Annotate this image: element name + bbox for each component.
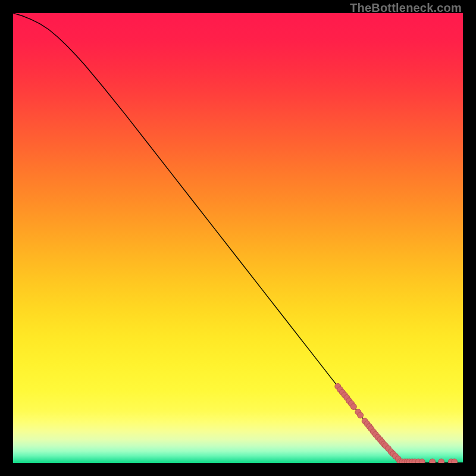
chart-stage: TheBottleneck.com [0,0,476,476]
data-marker [358,412,364,418]
marker-group [335,383,458,463]
data-marker [439,459,444,463]
plot-frame [13,13,463,463]
data-marker [430,459,436,463]
marker-layer [13,13,463,463]
data-marker [419,459,425,463]
data-marker [452,459,458,463]
data-marker [350,404,356,410]
plot-area [13,13,463,463]
